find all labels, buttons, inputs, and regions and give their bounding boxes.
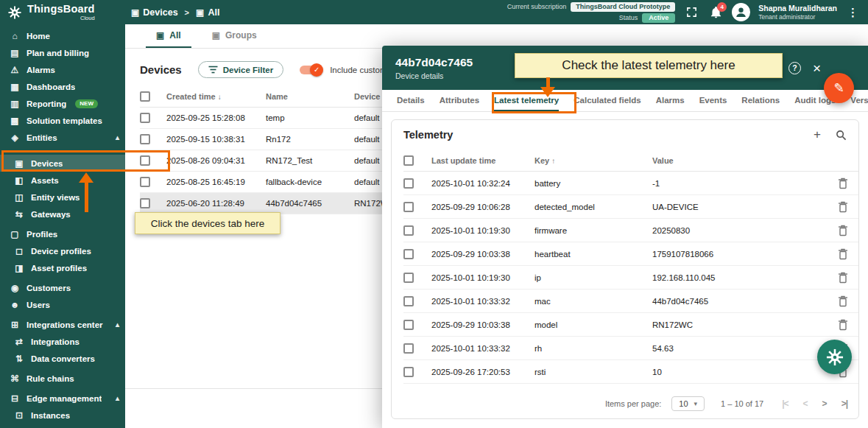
tab-all[interactable]: ▣ All	[146, 24, 191, 48]
telemetry-row[interactable]: 2025-10-01 10:32:24 battery -1	[403, 172, 858, 195]
telemetry-row[interactable]: 2025-10-01 10:19:30 firmware 20250830	[403, 219, 858, 242]
sidebar-item-label: Entities	[27, 133, 57, 142]
close-icon[interactable]: ×	[813, 61, 821, 75]
tab-groups[interactable]: ▣ Groups	[202, 24, 267, 48]
telemetry-value: 44b7d04c7465	[652, 297, 826, 306]
select-all-checkbox[interactable]	[403, 155, 414, 166]
sidebar-item-label: Plan and billing	[27, 49, 89, 57]
column-value[interactable]: Value	[652, 156, 826, 165]
chevron-up-icon[interactable]: ▴	[116, 394, 119, 402]
sidebar-item-entities[interactable]: ◈ Entities ▴	[0, 129, 125, 146]
delete-button[interactable]	[838, 272, 848, 284]
sidebar-item-edge-management[interactable]: ⊟ Edge management ▴	[0, 390, 125, 407]
delete-button[interactable]	[838, 201, 848, 213]
row-checkbox[interactable]	[140, 198, 150, 208]
sidebar-item-profiles[interactable]: ▢ Profiles	[0, 225, 125, 242]
items-per-page-select[interactable]: 10 ▾	[671, 396, 705, 411]
breadcrumb-item-all[interactable]: ▣ All	[196, 7, 219, 18]
telemetry-value: RN172WC	[652, 320, 826, 329]
sidebar-item-plan-and-billing[interactable]: ▤ Plan and billing	[0, 44, 125, 61]
telemetry-row[interactable]: 2025-09-29 10:03:38 model RN172WC	[403, 313, 858, 337]
telemetry-row[interactable]: 2025-10-01 10:19:30 ip 192.168.110.045	[403, 266, 858, 290]
column-created-time[interactable]: Created time ↓	[166, 92, 266, 101]
row-checkbox[interactable]	[140, 134, 150, 144]
sidebar-item-users[interactable]: ☻ Users	[0, 296, 125, 313]
sidebar-item-reporting[interactable]: ▥ Reporting NEW	[0, 95, 125, 112]
delete-button[interactable]	[838, 319, 848, 331]
sidebar-item-rule-chains[interactable]: ⌘ Rule chains	[0, 370, 125, 387]
sidebar-item-asset-profiles[interactable]: ◨ Asset profiles	[0, 259, 125, 276]
more-menu-button[interactable]: ⋮	[845, 6, 861, 19]
assets-icon: ◧	[14, 175, 24, 186]
row-checkbox[interactable]	[403, 343, 414, 354]
sidebar-item-customers[interactable]: ◉ Customers	[0, 279, 125, 296]
telemetry-row[interactable]: 2025-09-26 17:20:53 rsti 10	[403, 360, 858, 384]
sidebar-item-gateways[interactable]: ⇆ Gateways	[0, 206, 125, 222]
tab-calculated-fields[interactable]: Calculated fields	[574, 90, 641, 111]
tab-alarms[interactable]: Alarms	[656, 90, 685, 111]
next-page-button[interactable]: >	[820, 399, 829, 409]
delete-button[interactable]	[838, 295, 848, 307]
edit-fab-button[interactable]: ✎	[824, 73, 854, 103]
add-telemetry-button[interactable]: +	[814, 127, 821, 142]
row-checkbox[interactable]	[403, 320, 414, 330]
sidebar-item-solution-templates[interactable]: ▩ Solution templates	[0, 112, 125, 129]
sidebar-item-device-profiles[interactable]: ◻ Device profiles	[0, 242, 125, 259]
device-filter-button[interactable]: Device Filter	[198, 61, 283, 78]
row-checkbox[interactable]	[403, 273, 414, 283]
column-key[interactable]: Key ↑	[534, 156, 652, 165]
delete-button[interactable]	[838, 225, 848, 236]
sidebar-item-integrations[interactable]: ⇄ Integrations	[0, 333, 125, 350]
row-checkbox[interactable]	[403, 249, 414, 259]
tab-version-control[interactable]: Version control	[850, 90, 868, 111]
row-checkbox[interactable]	[403, 367, 414, 377]
chat-widget-button[interactable]	[817, 340, 852, 374]
sidebar-item-instances[interactable]: ⊡ Instances	[0, 407, 125, 424]
row-checkbox[interactable]	[403, 225, 414, 236]
search-button[interactable]	[836, 130, 847, 141]
top-bar: ThingsBoard Cloud ▣ Devices > ▣ All Curr…	[0, 0, 868, 24]
sidebar-item-assets[interactable]: ◧ Assets	[0, 172, 125, 189]
prev-page-button[interactable]: <	[801, 399, 810, 409]
chevron-up-icon[interactable]: ▴	[116, 320, 119, 329]
delete-button[interactable]	[838, 248, 848, 260]
fullscreen-button[interactable]	[683, 4, 699, 21]
last-page-button[interactable]: >|	[839, 399, 850, 409]
select-all-checkbox[interactable]	[140, 91, 150, 102]
column-name[interactable]: Name	[266, 92, 354, 101]
telemetry-row[interactable]: 2025-10-01 10:33:32 rh 54.63	[403, 337, 858, 360]
breadcrumb-label: Devices	[143, 7, 177, 18]
thingsboard-logo[interactable]: ThingsBoard Cloud	[0, 4, 125, 21]
sidebar-item-dashboards[interactable]: ▦ Dashboards	[0, 78, 125, 95]
sidebar-item-alarms[interactable]: ⚠ Alarms	[0, 61, 125, 78]
tab-details[interactable]: Details	[397, 90, 425, 111]
row-checkbox[interactable]	[403, 296, 414, 306]
help-button[interactable]: ?	[788, 62, 801, 74]
sidebar-item-entity-views[interactable]: ◫ Entity views	[0, 189, 125, 206]
sidebar-item-integrations-center[interactable]: ⊞ Integrations center ▴	[0, 316, 125, 333]
telemetry-row[interactable]: 2025-09-29 10:03:38 heartbeat 1759107818…	[403, 242, 858, 266]
data-converters-icon: ⇅	[14, 354, 24, 364]
column-last-update-time[interactable]: Last update time	[431, 156, 534, 165]
row-checkbox[interactable]	[140, 177, 150, 187]
tab-attributes[interactable]: Attributes	[440, 90, 479, 111]
sidebar-item-data-converters[interactable]: ⇅ Data converters	[0, 350, 125, 367]
notifications-button[interactable]: 4	[708, 4, 724, 21]
chevron-up-icon[interactable]: ▴	[116, 133, 119, 141]
row-checkbox[interactable]	[140, 113, 150, 123]
instances-icon: ⊡	[14, 410, 24, 421]
telemetry-time: 2025-10-01 10:33:32	[431, 297, 534, 306]
breadcrumb-item-devices[interactable]: ▣ Devices	[131, 7, 178, 18]
sidebar-item-home[interactable]: ⌂ Home	[0, 27, 125, 44]
telemetry-row[interactable]: 2025-09-29 10:06:28 detected_model UA-DE…	[403, 195, 858, 219]
subscription-badge[interactable]: ThingsBoard Cloud Prototype	[571, 2, 675, 12]
telemetry-row[interactable]: 2025-10-01 10:33:32 mac 44b7d04c7465	[403, 290, 858, 313]
row-checkbox[interactable]	[403, 178, 414, 189]
row-checkbox[interactable]	[403, 202, 414, 212]
avatar[interactable]	[732, 3, 750, 21]
include-customer-entities-toggle[interactable]: ✓	[300, 66, 322, 74]
first-page-button[interactable]: |<	[780, 399, 790, 409]
tab-events[interactable]: Events	[699, 90, 727, 111]
tab-relations[interactable]: Relations	[741, 90, 780, 111]
delete-button[interactable]	[838, 178, 848, 189]
